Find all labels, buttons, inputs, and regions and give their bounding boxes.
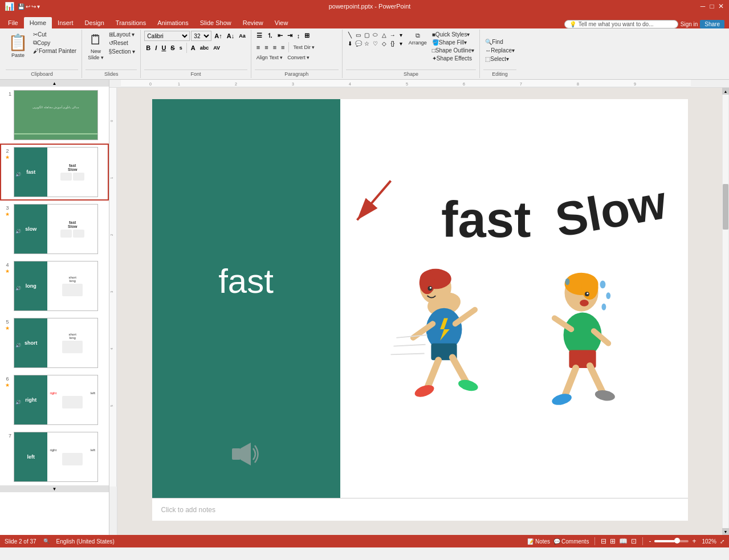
arrow2-shape[interactable]: ⬇ (346, 39, 354, 47)
normal-view-btn[interactable]: ⊟ (601, 537, 606, 545)
columns-btn[interactable]: ⊞ (303, 31, 311, 40)
notes-bar[interactable]: Click to add notes (152, 498, 688, 521)
share-button[interactable]: Share (700, 20, 724, 28)
vertical-scrollbar[interactable]: ▲ ▼ (722, 88, 729, 535)
font-color-btn[interactable]: A (189, 44, 197, 52)
tab-file[interactable]: File (2, 17, 24, 28)
copy-button[interactable]: ⧉ Copy (31, 39, 78, 47)
slide-item-7[interactable]: 7 left rightleft (0, 428, 109, 485)
scroll-down-btn[interactable]: ▼ (52, 487, 57, 492)
reading-view-btn[interactable]: 📖 (619, 537, 628, 545)
minimize-btn[interactable]: ─ (699, 3, 706, 10)
decrease-font-btn[interactable]: A↓ (225, 32, 236, 40)
tab-review[interactable]: Review (237, 17, 269, 28)
tab-animations[interactable]: Animations (152, 17, 194, 28)
scroll-up-arrow[interactable]: ▲ (722, 88, 729, 95)
increase-font-btn[interactable]: A↑ (213, 32, 223, 40)
slide-item-2[interactable]: 2★ fast fast Slow 🔊 (0, 144, 109, 201)
tab-home[interactable]: Home (24, 17, 52, 28)
slide-canvas[interactable]: fast (152, 99, 688, 498)
slide-item-1[interactable]: 1 مبالی یادآوری آموزش مفاهله الگوپریی (0, 87, 109, 144)
zoom-slider[interactable] (654, 540, 689, 542)
shadow-btn[interactable]: s (178, 44, 184, 51)
tab-transitions[interactable]: Transitions (110, 17, 152, 28)
notes-status-btn[interactable]: 📝 Notes (527, 538, 550, 545)
align-center-btn[interactable]: ≡ (263, 43, 270, 51)
close-btn[interactable]: ✕ (718, 3, 724, 10)
align-text-btn[interactable]: Align Text ▾ (255, 54, 284, 61)
accessibility-btn[interactable]: 🔍 (43, 538, 50, 544)
text-direction-btn[interactable]: Text Dir ▾ (291, 44, 316, 51)
diamond-shape[interactable]: ◇ (380, 39, 388, 47)
section-button[interactable]: § Section ▾ (107, 48, 137, 55)
format-painter-button[interactable]: 🖌 Format Painter (31, 47, 78, 55)
triangle-shape[interactable]: △ (380, 31, 388, 39)
bracket-shape[interactable]: {} (389, 39, 397, 47)
scroll-up-btn[interactable]: ▲ (52, 81, 57, 86)
find-button[interactable]: 🔍 Find (483, 38, 504, 46)
tab-slideshow[interactable]: Slide Show (194, 17, 237, 28)
select-button[interactable]: ⬚ Select ▾ (483, 55, 511, 63)
line-shape[interactable]: ╲ (346, 31, 354, 39)
tell-me-box[interactable]: 💡 Tell me what you want to do... (564, 20, 678, 28)
italic-btn[interactable]: I (153, 44, 158, 52)
align-right-btn[interactable]: ≡ (271, 43, 278, 51)
zoom-out-btn[interactable]: - (649, 537, 651, 545)
justify-btn[interactable]: ≡ (279, 43, 286, 51)
strikethrough-btn[interactable]: S (169, 44, 176, 52)
comments-status-btn[interactable]: 💬 Comments (553, 538, 589, 545)
arrow-shape[interactable]: → (389, 31, 397, 39)
clear-format-btn[interactable]: Aa (237, 32, 247, 39)
scroll-down-arrow[interactable]: ▼ (722, 528, 729, 535)
rounded-rect-shape[interactable]: ▢ (363, 31, 371, 39)
slideshow-view-btn[interactable]: ⊡ (631, 537, 637, 545)
slide-item-5[interactable]: 5★ short short long 🔊 (0, 314, 109, 371)
underline-btn[interactable]: U (160, 44, 168, 52)
redo-btn[interactable]: ↪ (31, 3, 36, 10)
more-shapes2[interactable]: ▾ (397, 39, 405, 47)
rect-shape[interactable]: ▭ (355, 31, 363, 39)
shape-effects-button[interactable]: ✦ Shape Effects (430, 55, 476, 62)
slide-sorter-btn[interactable]: ⊞ (610, 537, 616, 545)
paste-button[interactable]: 📋 Paste (6, 31, 30, 60)
highlight-btn[interactable]: abc (198, 44, 211, 51)
slide-item-6[interactable]: 6★ right rightleft 🔊 (0, 371, 109, 428)
increase-indent-btn[interactable]: ⇥ (286, 31, 294, 40)
bullets-btn[interactable]: ☰ (255, 31, 264, 40)
slide-item-4[interactable]: 4★ long short long 🔊 (0, 257, 109, 314)
slide-item-3[interactable]: 3★ slow fast Slow 🔊 (0, 201, 109, 257)
decrease-indent-btn[interactable]: ⇤ (276, 31, 284, 40)
align-left-btn[interactable]: ≡ (255, 43, 262, 51)
more-shapes[interactable]: ▾ (397, 31, 405, 39)
quick-styles-button[interactable]: ■ Quick Styles ▾ (430, 31, 476, 38)
shape-fill-button[interactable]: 🪣 Shape Fill ▾ (430, 39, 476, 46)
restore-btn[interactable]: □ (708, 3, 715, 10)
tab-design[interactable]: Design (79, 17, 110, 28)
oval-shape[interactable]: ⬭ (372, 31, 380, 39)
layout-button[interactable]: ⊞ Layout ▾ (107, 31, 137, 38)
new-slide-button[interactable]: 🗒 New Slide ▾ (85, 31, 106, 62)
reset-button[interactable]: ↺ Reset (107, 39, 137, 47)
scroll-thumb[interactable] (723, 184, 728, 230)
arrange-button[interactable]: ⧉ Arrange (406, 31, 429, 47)
save-btn[interactable]: 💾 (18, 3, 25, 10)
replace-button[interactable]: ↔ Replace ▾ (483, 47, 516, 54)
numbering-btn[interactable]: ⒈ (265, 31, 275, 40)
convert-smartart-btn[interactable]: Convert ▾ (286, 54, 311, 61)
fit-slide-btn[interactable]: ⤢ (720, 538, 724, 545)
signin-button[interactable]: Sign in (681, 21, 698, 27)
speaker-icon[interactable] (229, 440, 263, 468)
heart-shape[interactable]: ♡ (372, 39, 380, 47)
shape-outline-button[interactable]: □ Shape Outline ▾ (430, 47, 476, 54)
tab-view[interactable]: View (269, 17, 294, 28)
star-shape[interactable]: ☆ (363, 39, 371, 47)
line-spacing-btn[interactable]: ↕ (295, 32, 302, 40)
zoom-in-btn[interactable]: + (692, 537, 696, 545)
cut-button[interactable]: ✂ Cut (31, 31, 78, 38)
font-size-select[interactable]: 32 (191, 31, 211, 41)
char-spacing-btn[interactable]: AV (211, 44, 222, 51)
callout-shape[interactable]: 💬 (355, 39, 363, 47)
tab-insert[interactable]: Insert (52, 17, 79, 28)
notes-placeholder[interactable]: Click to add notes (161, 506, 215, 514)
language-indicator[interactable]: English (United States) (56, 538, 115, 545)
